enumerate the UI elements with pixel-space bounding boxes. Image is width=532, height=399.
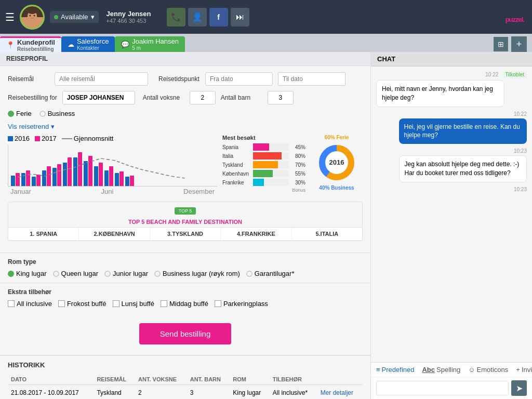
checkbox-all-inclusive[interactable]: All inclusive bbox=[8, 300, 52, 308]
agent-info: Jenny Jensen +47 466 30 453 bbox=[107, 10, 151, 24]
mv-row-tyskland: Tyskland 70% bbox=[222, 161, 305, 168]
chat-header: CHAT bbox=[371, 52, 532, 66]
avatar bbox=[20, 5, 45, 30]
checkbox-parkering[interactable]: Parkeringplass bbox=[215, 300, 268, 308]
table-row: 21.08.2017 - 10.09.2017 Tyskland 2 3 Kin… bbox=[8, 385, 363, 400]
facebook-button[interactable]: f bbox=[209, 8, 228, 26]
donut-ferie-label: 60% Ferie bbox=[325, 135, 349, 140]
fra-dato-input[interactable] bbox=[205, 72, 273, 86]
top5-col-4: 4.FRANKRIKE bbox=[221, 228, 291, 240]
top5-tag: TOP 5 bbox=[175, 207, 196, 215]
top5-col-1: 1. SPANIA bbox=[8, 228, 79, 240]
history-title: HISTORIKK bbox=[8, 361, 363, 369]
main-layout: REISEPROFIL Reisemål Reisetidspunkt Reis… bbox=[0, 52, 532, 399]
tab-add-button[interactable]: + bbox=[511, 36, 527, 52]
reisetidspunkt-label: Reisetidspunkt bbox=[158, 75, 200, 83]
bonus-label: Bonus bbox=[222, 188, 305, 193]
svg-point-2 bbox=[27, 7, 37, 14]
radio-group: Ferie Business bbox=[8, 110, 75, 117]
chat-tools: ≡ Predefined Abc Spelling ☺ Emoticons + … bbox=[371, 362, 532, 377]
reisemaal-input[interactable] bbox=[55, 72, 148, 86]
checkbox-lunsj-box bbox=[113, 300, 119, 307]
send-bestilling-button[interactable]: Send bestilling bbox=[139, 323, 232, 344]
tab-kundeprofil-sublabel: Reisebestilling bbox=[17, 46, 55, 52]
ekstra-section: Ekstra tilbehør All inclusive Frokost bu… bbox=[0, 283, 370, 313]
bar-chart bbox=[8, 145, 217, 187]
donut-chart: 2016 bbox=[316, 142, 357, 183]
person-button[interactable]: 👤 bbox=[188, 8, 207, 26]
chat-send-button[interactable]: ➤ bbox=[511, 380, 527, 396]
tab-joakim[interactable]: 💬 Joakim Hansen 5 m bbox=[115, 36, 185, 52]
form-row-2: Reisebestilling for Antall voksne Antall… bbox=[8, 91, 363, 117]
chat-time-4: 10:23 bbox=[376, 187, 527, 192]
radio-dot-king bbox=[8, 271, 14, 277]
legend-2017: 2017 bbox=[35, 135, 57, 142]
right-panel: CHAT 10:22 Tilkoblet Hei, mitt navn er J… bbox=[371, 52, 532, 399]
col-tilbehor: TILBEHØR bbox=[270, 374, 317, 385]
spelling-icon: Abc bbox=[422, 366, 435, 374]
puzzel-logo: puzzel. bbox=[506, 9, 524, 25]
tool-invite[interactable]: + Invite bbox=[516, 366, 532, 374]
status-selector[interactable]: Available ▾ bbox=[50, 11, 99, 23]
status-dot bbox=[54, 15, 58, 19]
radio-queen[interactable]: Queen lugar bbox=[53, 270, 99, 277]
checkbox-all-inclusive-box bbox=[8, 300, 15, 307]
tool-predefined[interactable]: ≡ Predefined bbox=[376, 366, 414, 374]
top5-col-5: 5.ITALIA bbox=[292, 228, 362, 240]
chat-messages: 10:22 Tilkoblet Hei, mitt navn er Jenny,… bbox=[371, 66, 532, 362]
col-barn: ANT. BARN bbox=[187, 374, 230, 385]
customer-name-input[interactable] bbox=[62, 91, 135, 104]
legend-2016: 2016 bbox=[8, 135, 30, 142]
top5-col-2: 2.KØBENHAVN bbox=[79, 228, 150, 240]
til-dato-input[interactable] bbox=[278, 72, 345, 86]
radio-junior[interactable]: Junior lugar bbox=[104, 270, 148, 277]
row1-reisemaal: Tyskland bbox=[94, 385, 135, 400]
vis-trend-button[interactable]: Vis reisetrend ▾ bbox=[8, 123, 363, 130]
predefined-icon: ≡ bbox=[376, 366, 380, 374]
radio-business-room[interactable]: Business lugar (røyk rom) bbox=[154, 270, 240, 277]
tab-salesforce[interactable]: ☁ Salesforce Kontakter bbox=[61, 36, 115, 52]
forward-button[interactable]: ⏭ bbox=[231, 8, 249, 26]
room-type-options: King lugar Queen lugar Junior lugar Busi… bbox=[8, 270, 363, 277]
business-label: Business bbox=[48, 110, 75, 117]
antall-barn-input[interactable] bbox=[268, 91, 294, 104]
radio-king[interactable]: King lugar bbox=[8, 270, 47, 277]
checkbox-frokost[interactable]: Frokost buffé bbox=[58, 300, 107, 308]
checkbox-middag-box bbox=[161, 300, 167, 307]
tab-joakim-sublabel: 5 m bbox=[132, 45, 179, 51]
mv-row-italia: Italia 80% bbox=[222, 152, 305, 159]
checkbox-middag[interactable]: Middag buffé bbox=[161, 300, 208, 308]
chat-bubble-2: Hei, jeg vil gjerne bestille en reise. K… bbox=[399, 118, 527, 144]
chart-axis: Januar Juni Desember bbox=[8, 187, 217, 196]
legend-avg: Gjennomsnitt bbox=[62, 135, 114, 142]
history-section: HISTORIKK DATO REISEMÅL ANT. VOKSNE ANT.… bbox=[0, 355, 370, 399]
phone-button[interactable]: 📞 bbox=[167, 8, 185, 26]
ekstra-options: All inclusive Frokost buffé Lunsj buffé … bbox=[8, 300, 363, 308]
row1-dato: 21.08.2017 - 10.09.2017 bbox=[8, 385, 94, 400]
vis-trend-chevron: ▾ bbox=[51, 123, 55, 130]
antall-voksne-input[interactable] bbox=[190, 91, 216, 104]
chat-input[interactable] bbox=[376, 381, 509, 395]
room-type-title: Rom type bbox=[8, 258, 363, 265]
chat-time-1: 10:22 Tilkoblet bbox=[376, 72, 527, 77]
tab-grid-icon[interactable]: ⊞ bbox=[494, 37, 508, 51]
section-title: REISEPROFIL bbox=[0, 52, 370, 66]
chat-time-3: 10:23 bbox=[376, 148, 527, 154]
tool-emoticons[interactable]: ☺ Emoticons bbox=[468, 366, 508, 374]
radio-business[interactable]: Business bbox=[39, 110, 75, 117]
top5-subheader: TOP 5 BEACH AND FAMILY DESTINATION bbox=[8, 215, 362, 228]
legend-line-avg bbox=[62, 138, 72, 139]
menu-icon[interactable]: ☰ bbox=[5, 11, 15, 23]
tool-spelling[interactable]: Abc Spelling bbox=[422, 366, 460, 374]
radio-ferie[interactable]: Ferie bbox=[8, 110, 32, 117]
top5-col-3: 3.TYSKLAND bbox=[150, 228, 221, 240]
tab-kundeprofil[interactable]: 📍 Kundeprofil Reisebestilling bbox=[0, 36, 61, 52]
vis-trend-label: Vis reisetrend bbox=[8, 123, 49, 130]
row1-mer-detaljer[interactable]: Mer detaljer bbox=[321, 389, 353, 396]
radio-garanti[interactable]: Garantilugar* bbox=[246, 270, 295, 277]
donut-svg: 2016 bbox=[316, 142, 357, 183]
svg-point-3 bbox=[30, 15, 31, 16]
tab-joakim-label: Joakim Hansen bbox=[132, 37, 179, 45]
reisemaal-label: Reisemål bbox=[8, 75, 49, 83]
checkbox-lunsj[interactable]: Lunsj buffé bbox=[113, 300, 154, 308]
